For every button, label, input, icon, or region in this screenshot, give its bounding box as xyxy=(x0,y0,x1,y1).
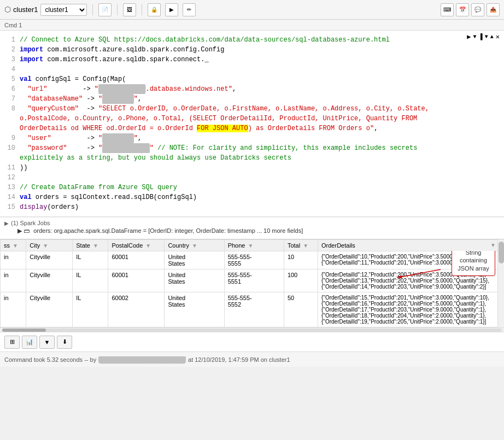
download-button[interactable]: ⬇ xyxy=(57,336,72,349)
col-header-orderdetails[interactable]: OrderDetails ▼ xyxy=(318,240,504,251)
cell-postal: 60001 xyxy=(108,269,165,292)
line-number: 1 xyxy=(0,35,20,45)
expand-triangle-icon: ▶ xyxy=(4,220,9,226)
line-number: 4 xyxy=(0,64,20,74)
line-content: "queryCustom" -> "SELECT o.OrderID, o.Or… xyxy=(20,104,504,114)
col-header-phone[interactable]: Phone ▼ xyxy=(224,240,284,251)
cell-postal: 60002 xyxy=(108,292,165,327)
cmd-bar: Cmd 1 xyxy=(0,20,504,31)
line-content: "databaseName" -> "████████", xyxy=(20,94,504,104)
cell-city: Cityville xyxy=(26,251,73,269)
code-line-5: 5 val configSql = Config(Map( xyxy=(0,74,504,84)
line-content: OrderDetails od WHERE od.OrderId = o.Ord… xyxy=(20,124,504,133)
line-number: 7 xyxy=(0,94,20,104)
horizontal-scrollbar[interactable] xyxy=(0,327,504,332)
cmd-label: Cmd 1 xyxy=(4,22,22,28)
share-btn[interactable]: 📤 xyxy=(487,3,500,16)
run-icon[interactable]: ▶ xyxy=(467,33,471,41)
spark-jobs-label: (1) Spark Jobs xyxy=(11,220,50,226)
keyboard-btn[interactable]: ⌨ xyxy=(441,3,454,16)
col-header-country[interactable]: Country ▼ xyxy=(165,240,224,251)
status-text-prefix: Command took 5.32 seconds -- by xyxy=(4,356,96,363)
col-header-ss[interactable]: ss ▼ xyxy=(1,240,26,251)
cluster-dropdown[interactable]: cluster1 xyxy=(40,4,87,16)
spark-jobs-row[interactable]: ▶ (1) Spark Jobs xyxy=(4,220,500,226)
code-line-6: 6 "url" -> "████████████.database.window… xyxy=(0,84,504,94)
play-btn[interactable]: ▶ xyxy=(165,3,178,16)
cluster-selector[interactable]: ⬡ cluster1 cluster1 xyxy=(4,4,87,16)
cell-total: 10 xyxy=(284,251,318,269)
col-header-city[interactable]: City ▼ xyxy=(26,240,73,251)
code-line-9: 9 "user" -> "████████", xyxy=(0,133,504,143)
chart-dropdown-button[interactable]: ▼ xyxy=(39,336,55,349)
code-line-15: 15 display(orders) xyxy=(0,202,504,212)
scrollbar-track xyxy=(2,328,502,332)
line-number: 11 xyxy=(0,163,20,173)
table-row: in Cityville IL 60002 UnitedStates 555-5… xyxy=(1,292,504,327)
line-content: explicitely as a string, but you should … xyxy=(20,153,504,163)
line-number: 10 xyxy=(0,143,20,153)
line-content: o.PostalCode, o.Country, o.Phone, o.Tota… xyxy=(20,114,504,124)
cell-ss: in xyxy=(1,292,26,327)
cluster-name: cluster1 xyxy=(13,5,38,14)
svg-line-1 xyxy=(397,269,441,278)
cell-phone: 555-555-5555 xyxy=(224,251,284,269)
code-line-8c: OrderDetails od WHERE od.OrderId = o.Ord… xyxy=(0,124,504,133)
cell-country: UnitedStates xyxy=(165,251,224,269)
cluster-icon: ⬡ xyxy=(4,5,11,14)
cell-ss: in xyxy=(1,251,26,269)
vertical-scrollbar[interactable] xyxy=(497,239,504,327)
grid-view-button[interactable]: ⊞ xyxy=(4,336,20,349)
line-number: 6 xyxy=(0,84,20,94)
line-number: 9 xyxy=(0,133,20,143)
col-header-state[interactable]: State ▼ xyxy=(73,240,108,251)
line-number: 14 xyxy=(0,192,20,202)
line-content: display(orders) xyxy=(20,202,504,212)
col-header-total[interactable]: Total ▼ xyxy=(284,240,318,251)
annotation-arrow xyxy=(397,267,452,283)
line-number: 12 xyxy=(0,173,20,183)
scrollbar-thumb xyxy=(499,242,504,263)
code-cell: ▶ ▼ ▐ ▼ ▲ ✕ 1 // Connect to Azure SQL ht… xyxy=(0,31,504,217)
cell-state: IL xyxy=(73,251,108,269)
code-line-10: 10 "password" -> "████████████" // NOTE:… xyxy=(0,143,504,153)
col-header-postal[interactable]: PostalCode ▼ xyxy=(108,240,165,251)
cell-ss: in xyxy=(1,269,26,292)
main-toolbar: ⬡ cluster1 cluster1 📄 🖼 🔒 ▶ ✏ ⌨ 📅 💬 📤 xyxy=(0,0,504,20)
edit-btn[interactable]: ✏ xyxy=(183,3,196,16)
lock-btn[interactable]: 🔒 xyxy=(148,3,161,16)
cell-phone: 555-555-5552 xyxy=(224,292,284,327)
cell-phone: 555-555-5551 xyxy=(224,269,284,292)
file-btn[interactable]: 📄 xyxy=(98,3,112,16)
line-number: 3 xyxy=(0,55,20,64)
code-line-1: 1 // Connect to Azure SQL https://docs.d… xyxy=(0,35,504,45)
status-text-suffix: at 12/10/2019, 1:47:59 PM on cluster1 xyxy=(188,356,290,363)
cell-orderdetails: {"OrderDetailId":15,"ProductId":201,"Uni… xyxy=(318,292,504,327)
code-line-8: 8 "queryCustom" -> "SELECT o.OrderID, o.… xyxy=(0,104,504,114)
line-number: 15 xyxy=(0,202,20,212)
image-btn[interactable]: 🖼 xyxy=(123,3,136,16)
code-line-13: 13 // Create DataFrame from Azure SQL qu… xyxy=(0,183,504,192)
line-content: val orders = sqlContext.read.sqlDB(confi… xyxy=(20,192,504,202)
scrollbar-thumb xyxy=(2,328,46,332)
collapse-icon[interactable]: ▲ xyxy=(490,34,494,40)
line-content: // Connect to Azure SQL https://docs.dat… xyxy=(20,35,504,45)
expand-icon[interactable]: ▼ xyxy=(485,34,488,40)
run-arrow-icon[interactable]: ▼ xyxy=(473,34,477,40)
line-content: "password" -> "████████████" // NOTE: Fo… xyxy=(20,143,504,153)
code-line-7: 7 "databaseName" -> "████████", xyxy=(0,94,504,104)
calendar-btn[interactable]: 📅 xyxy=(456,3,469,16)
cell-city: Cityville xyxy=(26,269,73,292)
chat-btn[interactable]: 💬 xyxy=(471,3,484,16)
line-number: 5 xyxy=(0,74,20,84)
code-line-2: 2 import com.microsoft.azure.sqldb.spark… xyxy=(0,45,504,55)
cell-toolbar: ▶ ▼ ▐ ▼ ▲ ✕ xyxy=(467,33,500,41)
table-header: ss ▼ City ▼ State ▼ PostalCode ▼ Country… xyxy=(1,240,504,251)
chart-view-button[interactable]: 📊 xyxy=(22,336,37,349)
code-line-8b: o.PostalCode, o.Country, o.Phone, o.Tota… xyxy=(0,114,504,124)
bar-chart-icon: ▐ xyxy=(479,33,483,41)
close-cell-icon[interactable]: ✕ xyxy=(496,33,500,41)
code-line-4: 4 xyxy=(0,64,504,74)
cell-total: 50 xyxy=(284,292,318,327)
separator-3 xyxy=(142,4,142,15)
